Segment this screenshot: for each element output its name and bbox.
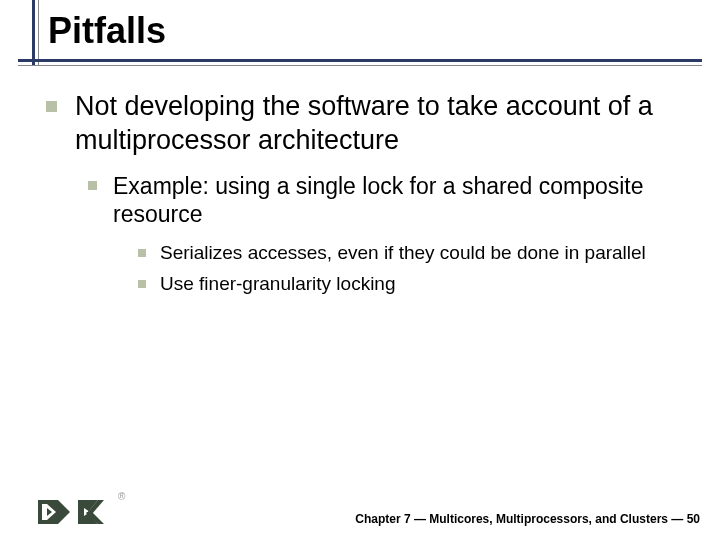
registered-mark: ® bbox=[118, 491, 125, 502]
square-bullet-icon bbox=[88, 181, 97, 190]
title-area: Pitfalls bbox=[0, 0, 720, 52]
vertical-rule-thick bbox=[32, 0, 35, 65]
bullet-level1: Not developing the software to take acco… bbox=[46, 90, 690, 158]
slide-title: Pitfalls bbox=[48, 10, 720, 52]
svg-marker-1 bbox=[58, 500, 70, 524]
bullet-text: Example: using a single lock for a share… bbox=[113, 172, 690, 230]
content-area: Not developing the software to take acco… bbox=[46, 90, 690, 302]
square-bullet-icon bbox=[138, 249, 146, 257]
vertical-rule-thin bbox=[38, 0, 39, 65]
publisher-logo bbox=[38, 494, 118, 530]
bullet-text: Use finer-granularity locking bbox=[160, 272, 396, 297]
svg-rect-2 bbox=[42, 504, 47, 520]
horizontal-rule-thick bbox=[18, 59, 702, 62]
horizontal-rule-thin bbox=[18, 65, 702, 66]
bullet-text: Serializes accesses, even if they could … bbox=[160, 241, 646, 266]
bullet-level3: Serializes accesses, even if they could … bbox=[138, 241, 690, 266]
square-bullet-icon bbox=[138, 280, 146, 288]
square-bullet-icon bbox=[46, 101, 57, 112]
bullet-text: Not developing the software to take acco… bbox=[75, 90, 690, 158]
bullet-level3: Use finer-granularity locking bbox=[138, 272, 690, 297]
svg-rect-5 bbox=[78, 500, 84, 524]
footer-text: Chapter 7 — Multicores, Multiprocessors,… bbox=[355, 512, 700, 526]
bullet-level2: Example: using a single lock for a share… bbox=[88, 172, 690, 230]
